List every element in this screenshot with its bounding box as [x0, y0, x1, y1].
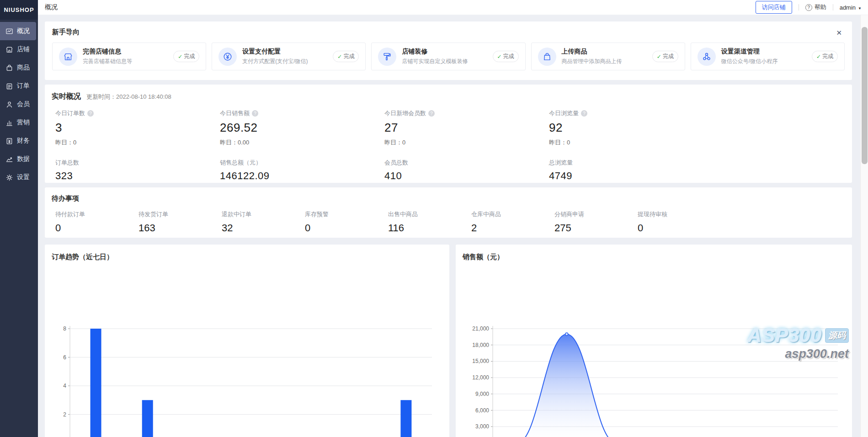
help-link[interactable]: 帮助: [805, 3, 826, 11]
stat-today-views: 今日浏览量 92 昨日：0 总浏览量 4749: [549, 109, 714, 182]
todo-stock-warning[interactable]: 库存预警 0: [305, 210, 388, 234]
stat-total-label: 订单总数: [55, 159, 220, 167]
done-badge: 完成: [812, 51, 838, 62]
visit-store-button[interactable]: 访问店铺: [756, 1, 792, 14]
stat-total-value: 323: [55, 170, 220, 182]
stat-total-value: 4749: [549, 170, 714, 182]
question-icon[interactable]: [428, 110, 435, 117]
sidebar-item-store[interactable]: 店铺: [0, 40, 38, 59]
svg-text:18,000: 18,000: [472, 342, 489, 348]
todo-warehouse-goods[interactable]: 仓库中商品 2: [471, 210, 554, 234]
guide-card-title: 完善店铺信息: [83, 48, 132, 56]
guide-card-channels[interactable]: 设置渠道管理 微信公众号/微信小程序 完成: [691, 43, 845, 70]
stat-today-orders: 今日订单数 3 昨日：0 订单总数 323: [55, 109, 220, 182]
sidebar-item-data[interactable]: 数据: [0, 150, 38, 168]
todo-withdraw-review[interactable]: 提现待审核 0: [638, 210, 721, 234]
guide-card-subtitle: 完善店铺基础信息等: [83, 58, 132, 65]
data-icon: [5, 155, 13, 163]
stat-label: 今日订单数: [55, 109, 85, 117]
guide-card-subtitle: 微信公众号/微信小程序: [721, 58, 777, 65]
help-label: 帮助: [815, 3, 826, 11]
order-trend-chart-panel: 订单趋势（近七日） 2468: [45, 245, 449, 437]
scrollbar-thumb[interactable]: [862, 27, 868, 164]
sidebar-item-marketing[interactable]: 营销: [0, 113, 38, 132]
sidebar-item-label: 店铺: [17, 45, 30, 53]
order-trend-bar-chart: 2468: [45, 245, 449, 437]
sidebar-nav: 概况 店铺 商品 订单 会员: [0, 20, 38, 187]
guide-card-subtitle: 商品管理中添加商品上传: [562, 58, 622, 65]
newbie-guide-panel: 新手导向 完善店铺信息 完善店铺基础信息等 完成: [45, 21, 852, 80]
app-logo: NIUSHOP: [0, 0, 38, 20]
topbar-right: 访问店铺 帮助 admin: [756, 1, 862, 14]
check-icon: [657, 53, 661, 60]
guide-cards: 完善店铺信息 完善店铺基础信息等 完成 设置支付配置 支付方式配置(支付宝/微信…: [52, 43, 845, 70]
check-icon: [497, 53, 502, 60]
user-menu[interactable]: admin: [840, 4, 862, 11]
stat-total-value: 410: [384, 170, 549, 182]
watermark-brand: ASP300: [748, 325, 822, 346]
stat-total-label: 销售总额（元）: [220, 159, 384, 167]
todo-row: 待付款订单 0 待发货订单 163 退款中订单 32 库存预警 0 出售中商品 …: [52, 210, 843, 234]
svg-text:15,000: 15,000: [472, 358, 489, 364]
sidebar-item-finance[interactable]: 财务: [0, 132, 38, 150]
stats-row: 今日订单数 3 昨日：0 订单总数 323 今日销售额 269.52 昨日：0.…: [52, 109, 843, 182]
divider: [799, 4, 799, 11]
done-badge: 完成: [652, 51, 678, 62]
svg-text:8: 8: [63, 325, 66, 332]
stat-label: 今日浏览量: [549, 109, 579, 117]
stat-total-label: 会员总数: [384, 159, 549, 167]
realtime-title: 实时概况: [52, 92, 81, 101]
svg-text:12,000: 12,000: [472, 374, 489, 381]
breadcrumb: 概况: [45, 3, 58, 11]
question-icon[interactable]: [87, 110, 94, 117]
stat-label: 今日销售额: [220, 109, 250, 117]
stat-value: 92: [549, 121, 714, 135]
svg-text:21,000: 21,000: [472, 325, 489, 332]
guide-card-title: 店铺装修: [402, 48, 468, 56]
question-icon[interactable]: [581, 110, 587, 117]
realtime-overview-panel: 实时概况 更新时间：2022-08-10 18:40:08 今日订单数 3 昨日…: [45, 85, 852, 183]
storefront-icon: [59, 48, 77, 66]
close-icon[interactable]: [836, 29, 842, 37]
overview-icon: [5, 27, 13, 35]
sidebar-item-orders[interactable]: 订单: [0, 77, 38, 95]
stat-value: 27: [384, 121, 549, 135]
sidebar-item-label: 订单: [17, 82, 30, 90]
todo-panel: 待办事项 待付款订单 0 待发货订单 163 退款中订单 32 库存预警 0 出…: [45, 187, 852, 238]
stat-value: 3: [55, 121, 220, 135]
todo-on-sale-goods[interactable]: 出售中商品 116: [388, 210, 471, 234]
stat-yesterday: 昨日：0: [549, 139, 714, 147]
todo-distributor-apply[interactable]: 分销商申请 275: [554, 210, 638, 234]
guide-card-decorate[interactable]: 店铺装修 店铺可实现自定义模板装修 完成: [371, 43, 525, 70]
store-icon: [5, 46, 13, 53]
todo-pending-shipment[interactable]: 待发货订单 163: [138, 210, 222, 234]
guide-card-title: 上传商品: [562, 48, 622, 56]
svg-text:2: 2: [63, 411, 66, 418]
check-icon: [337, 53, 342, 60]
watermark-tag: 源码: [825, 328, 849, 343]
sidebar-item-settings[interactable]: 设置: [0, 168, 38, 187]
shopping-bag-icon: [538, 48, 556, 66]
charts-row: 订单趋势（近七日） 2468 销售额（元） 3,0006,0009,00012,…: [45, 245, 852, 437]
todo-refunding[interactable]: 退款中订单 32: [222, 210, 305, 234]
stat-total-value: 146122.09: [220, 170, 384, 182]
guide-card-title: 设置支付配置: [242, 48, 308, 56]
sidebar: NIUSHOP 概况 店铺 商品 订单: [0, 0, 38, 437]
goods-icon: [5, 64, 13, 72]
todo-pending-payment[interactable]: 待付款订单 0: [55, 210, 138, 234]
guide-card-payment[interactable]: 设置支付配置 支付方式配置(支付宝/微信) 完成: [212, 43, 366, 70]
sidebar-item-overview[interactable]: 概况: [0, 22, 36, 40]
guide-card-upload-goods[interactable]: 上传商品 商品管理中添加商品上传 完成: [531, 43, 685, 70]
guide-card-store-info[interactable]: 完善店铺信息 完善店铺基础信息等 完成: [52, 43, 206, 70]
topbar: 概况 访问店铺 帮助 admin: [38, 0, 868, 15]
done-badge: 完成: [493, 51, 519, 62]
channels-icon: [698, 48, 716, 66]
check-icon: [816, 53, 821, 60]
member-icon: [5, 101, 13, 108]
stat-yesterday: 昨日：0.00: [220, 139, 384, 147]
sidebar-item-goods[interactable]: 商品: [0, 59, 38, 77]
sidebar-item-member[interactable]: 会员: [0, 95, 38, 113]
vertical-scrollbar[interactable]: [860, 15, 868, 437]
question-icon[interactable]: [252, 110, 258, 117]
stat-yesterday: 昨日：0: [384, 139, 549, 147]
